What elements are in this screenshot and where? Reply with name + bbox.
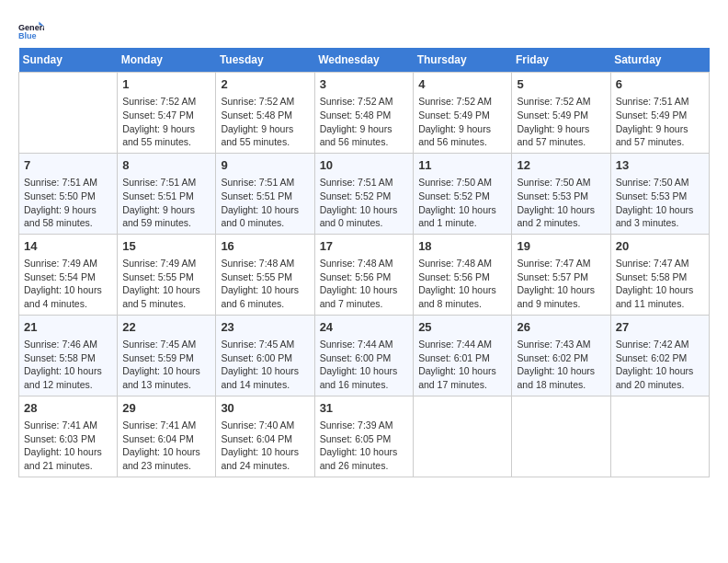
day-info: Sunrise: 7:48 AM	[320, 257, 409, 270]
calendar-table: SundayMondayTuesdayWednesdayThursdayFrid…	[18, 48, 710, 477]
day-info: Daylight: 10 hours	[221, 283, 309, 297]
day-info: and 6 minutes.	[221, 297, 309, 311]
day-info: Sunrise: 7:39 AM	[320, 419, 409, 432]
calendar-cell: 12Sunrise: 7:50 AMSunset: 5:53 PMDayligh…	[512, 153, 610, 234]
day-info: Daylight: 10 hours	[616, 283, 704, 297]
day-info: and 17 minutes.	[418, 378, 506, 392]
day-info: and 2 minutes.	[517, 216, 605, 230]
general-blue-icon: General Blue	[18, 18, 44, 44]
day-number: 1	[122, 76, 210, 93]
day-info: Daylight: 10 hours	[122, 364, 210, 378]
svg-text:Blue: Blue	[18, 31, 37, 40]
day-info: Sunset: 6:03 PM	[24, 432, 112, 446]
day-info: Sunrise: 7:40 AM	[221, 419, 309, 432]
calendar-cell: 3Sunrise: 7:52 AMSunset: 5:48 PMDaylight…	[314, 73, 414, 154]
day-info: Sunrise: 7:45 AM	[122, 338, 210, 351]
day-number: 4	[418, 76, 506, 93]
day-info: Sunset: 5:52 PM	[320, 190, 409, 203]
day-info: Sunset: 5:49 PM	[517, 109, 605, 122]
day-number: 6	[616, 76, 704, 93]
day-info: and 12 minutes.	[24, 378, 112, 392]
day-info: Daylight: 10 hours	[616, 203, 704, 217]
day-info: and 55 minutes.	[122, 135, 210, 149]
day-number: 20	[616, 238, 704, 255]
day-info: Daylight: 10 hours	[24, 283, 112, 297]
calendar-cell: 7Sunrise: 7:51 AMSunset: 5:50 PMDaylight…	[19, 153, 118, 234]
day-info: Daylight: 9 hours	[122, 122, 210, 136]
calendar-week-row: 21Sunrise: 7:46 AMSunset: 5:58 PMDayligh…	[19, 315, 710, 396]
day-number: 7	[24, 157, 112, 174]
day-info: Sunrise: 7:52 AM	[122, 95, 210, 109]
day-info: and 9 minutes.	[517, 297, 605, 311]
day-info: Sunrise: 7:52 AM	[221, 95, 309, 109]
day-number: 10	[320, 157, 409, 174]
calendar-cell	[414, 396, 512, 477]
day-info: Sunrise: 7:51 AM	[616, 95, 704, 109]
day-number: 14	[24, 238, 112, 255]
day-info: Daylight: 10 hours	[320, 203, 409, 217]
calendar-cell	[19, 73, 118, 154]
day-info: Sunset: 5:51 PM	[221, 190, 309, 203]
day-info: Daylight: 9 hours	[122, 203, 210, 217]
day-info: Sunset: 5:55 PM	[122, 270, 210, 284]
header-friday: Friday	[512, 48, 610, 73]
day-info: Daylight: 9 hours	[418, 122, 506, 136]
day-number: 8	[122, 157, 210, 174]
calendar-cell: 14Sunrise: 7:49 AMSunset: 5:54 PMDayligh…	[19, 234, 118, 315]
day-info: and 3 minutes.	[616, 216, 704, 230]
day-number: 3	[320, 76, 409, 93]
calendar-cell: 5Sunrise: 7:52 AMSunset: 5:49 PMDaylight…	[512, 73, 610, 154]
day-number: 26	[517, 319, 605, 336]
day-info: Sunset: 5:52 PM	[418, 190, 506, 203]
day-number: 11	[418, 157, 506, 174]
day-info: Daylight: 10 hours	[221, 364, 309, 378]
day-info: Sunrise: 7:46 AM	[24, 338, 112, 351]
calendar-cell: 16Sunrise: 7:48 AMSunset: 5:55 PMDayligh…	[216, 234, 314, 315]
day-info: Daylight: 10 hours	[517, 283, 605, 297]
day-info: Daylight: 9 hours	[320, 122, 409, 136]
day-info: and 59 minutes.	[122, 216, 210, 230]
day-info: Sunrise: 7:48 AM	[221, 257, 309, 270]
day-number: 18	[418, 238, 506, 255]
day-info: Daylight: 10 hours	[418, 203, 506, 217]
day-info: Sunset: 5:56 PM	[418, 270, 506, 284]
day-info: Sunrise: 7:50 AM	[517, 176, 605, 190]
calendar-cell: 18Sunrise: 7:48 AMSunset: 5:56 PMDayligh…	[414, 234, 512, 315]
day-info: Daylight: 10 hours	[517, 203, 605, 217]
calendar-cell: 23Sunrise: 7:45 AMSunset: 6:00 PMDayligh…	[216, 315, 314, 396]
calendar-cell: 11Sunrise: 7:50 AMSunset: 5:52 PMDayligh…	[414, 153, 512, 234]
day-info: and 23 minutes.	[122, 459, 210, 473]
day-info: Sunset: 5:50 PM	[24, 190, 112, 203]
day-info: Sunrise: 7:50 AM	[616, 176, 704, 190]
day-info: Daylight: 9 hours	[517, 122, 605, 136]
day-number: 19	[517, 238, 605, 255]
calendar-week-row: 1Sunrise: 7:52 AMSunset: 5:47 PMDaylight…	[19, 73, 710, 154]
calendar-cell: 25Sunrise: 7:44 AMSunset: 6:01 PMDayligh…	[414, 315, 512, 396]
day-info: Sunset: 5:57 PM	[517, 270, 605, 284]
day-info: Daylight: 10 hours	[221, 203, 309, 217]
day-info: and 58 minutes.	[24, 216, 112, 230]
header-tuesday: Tuesday	[216, 48, 314, 73]
day-info: and 57 minutes.	[517, 135, 605, 149]
day-info: and 57 minutes.	[616, 135, 704, 149]
day-number: 21	[24, 319, 112, 336]
day-number: 17	[320, 238, 409, 255]
calendar-cell: 15Sunrise: 7:49 AMSunset: 5:55 PMDayligh…	[118, 234, 216, 315]
calendar-cell: 21Sunrise: 7:46 AMSunset: 5:58 PMDayligh…	[19, 315, 118, 396]
day-info: Daylight: 9 hours	[24, 203, 112, 217]
day-info: and 21 minutes.	[24, 459, 112, 473]
calendar-cell: 24Sunrise: 7:44 AMSunset: 6:00 PMDayligh…	[314, 315, 414, 396]
day-number: 25	[418, 319, 506, 336]
day-info: Daylight: 10 hours	[418, 364, 506, 378]
day-number: 29	[122, 400, 210, 417]
day-info: Daylight: 10 hours	[320, 364, 409, 378]
header-sunday: Sunday	[19, 48, 118, 73]
day-info: Sunset: 5:51 PM	[122, 190, 210, 203]
day-info: Daylight: 10 hours	[122, 445, 210, 459]
day-info: Sunset: 5:48 PM	[320, 109, 409, 122]
day-info: Sunset: 6:02 PM	[517, 351, 605, 365]
day-info: Daylight: 10 hours	[418, 283, 506, 297]
day-number: 12	[517, 157, 605, 174]
day-number: 15	[122, 238, 210, 255]
day-number: 27	[616, 319, 704, 336]
